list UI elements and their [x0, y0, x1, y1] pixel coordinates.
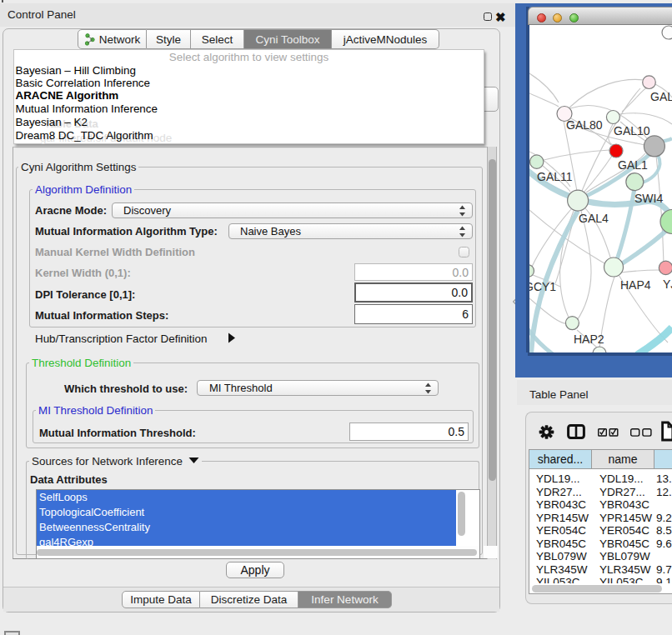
svg-text:GCY1: GCY1: [529, 280, 556, 293]
svg-text:YJ: YJ: [663, 278, 672, 291]
svg-text:HAP2: HAP2: [574, 332, 604, 346]
svg-text:GAL4: GAL4: [579, 212, 609, 225]
svg-text:GAL10: GAL10: [614, 124, 650, 138]
svg-text:GAL80: GAL80: [566, 118, 603, 132]
svg-text:SWI4: SWI4: [634, 192, 663, 205]
svg-text:GAL1: GAL1: [618, 158, 648, 172]
svg-text:GAL11: GAL11: [537, 170, 573, 183]
svg-text:GAL7: GAL7: [650, 90, 672, 103]
svg-text:HAP4: HAP4: [620, 278, 651, 292]
